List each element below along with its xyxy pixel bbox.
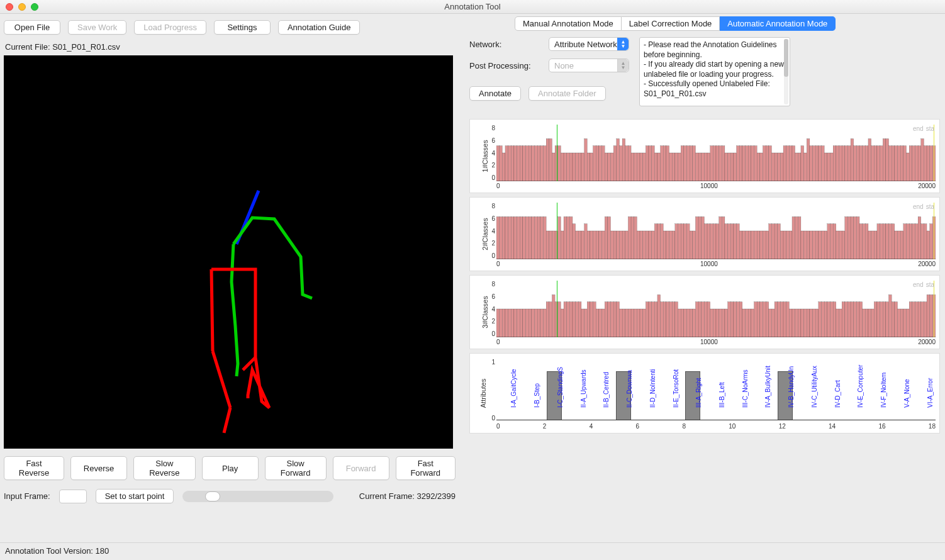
svg-rect-324 bbox=[546, 302, 549, 337]
svg-rect-114 bbox=[815, 146, 819, 181]
svg-rect-259 bbox=[798, 217, 801, 260]
svg-rect-28 bbox=[564, 153, 567, 181]
svg-rect-40 bbox=[599, 146, 602, 181]
svg-rect-160 bbox=[508, 217, 512, 260]
frame-slider[interactable] bbox=[182, 491, 333, 502]
fast-reverse-button[interactable]: Fast Reverse bbox=[4, 456, 64, 480]
fast-forward-button[interactable]: Fast Forward bbox=[396, 456, 456, 480]
svg-rect-293 bbox=[898, 231, 901, 259]
svg-rect-124 bbox=[845, 146, 848, 181]
scrollbar[interactable] bbox=[784, 39, 788, 104]
svg-rect-81 bbox=[719, 146, 722, 181]
svg-rect-352 bbox=[628, 309, 631, 337]
svg-rect-105 bbox=[789, 146, 792, 181]
svg-rect-266 bbox=[819, 231, 822, 259]
svg-rect-209 bbox=[652, 231, 655, 259]
svg-rect-260 bbox=[801, 231, 804, 259]
svg-line-2 bbox=[213, 351, 230, 408]
svg-rect-152 bbox=[927, 146, 930, 181]
svg-rect-409 bbox=[795, 309, 798, 337]
slider-thumb-icon[interactable] bbox=[205, 491, 220, 501]
annotate-folder-button[interactable]: Annotate Folder bbox=[528, 86, 606, 101]
svg-rect-410 bbox=[798, 309, 801, 337]
svg-rect-51 bbox=[631, 153, 634, 181]
scroll-thumb-icon[interactable] bbox=[784, 39, 788, 77]
svg-rect-72 bbox=[693, 146, 696, 181]
svg-rect-297 bbox=[909, 224, 912, 259]
svg-rect-344 bbox=[605, 302, 608, 337]
svg-rect-229 bbox=[710, 224, 713, 259]
svg-rect-343 bbox=[602, 309, 605, 337]
svg-rect-136 bbox=[880, 146, 883, 181]
svg-rect-438 bbox=[880, 302, 883, 337]
set-start-button[interactable]: Set to start point bbox=[96, 489, 174, 503]
network-select[interactable]: Attribute Network ▲▼ bbox=[549, 37, 629, 51]
svg-rect-43 bbox=[608, 153, 611, 181]
svg-rect-253 bbox=[780, 231, 783, 259]
svg-rect-437 bbox=[877, 302, 880, 337]
svg-rect-356 bbox=[640, 309, 643, 337]
svg-rect-142 bbox=[898, 146, 901, 181]
save-work-button[interactable]: Save Work bbox=[68, 20, 126, 35]
main-toolbar: Open File Save Work Load Progress Settin… bbox=[4, 20, 456, 35]
svg-rect-370 bbox=[681, 309, 684, 337]
settings-button[interactable]: Settings bbox=[214, 20, 271, 35]
svg-rect-371 bbox=[684, 309, 687, 337]
svg-rect-184 bbox=[578, 231, 581, 259]
svg-rect-84 bbox=[728, 153, 731, 181]
svg-rect-396 bbox=[757, 302, 760, 337]
svg-rect-38 bbox=[593, 146, 596, 181]
skeleton-viewer[interactable] bbox=[4, 55, 453, 449]
svg-rect-86 bbox=[734, 153, 737, 181]
svg-rect-157 bbox=[500, 217, 503, 260]
annotation-guide-button[interactable]: Annotation Guide bbox=[278, 20, 360, 35]
svg-rect-221 bbox=[686, 224, 690, 259]
svg-rect-256 bbox=[789, 231, 792, 259]
svg-rect-444 bbox=[898, 309, 901, 337]
svg-rect-225 bbox=[698, 217, 702, 260]
svg-rect-400 bbox=[769, 309, 772, 337]
reverse-button[interactable]: Reverse bbox=[70, 456, 127, 480]
svg-rect-168 bbox=[532, 217, 535, 260]
tab-auto[interactable]: Automatic Annotation Mode bbox=[720, 16, 836, 31]
log-panel[interactable]: - Please read the Annotation Guidelines … bbox=[639, 37, 790, 106]
open-file-button[interactable]: Open File bbox=[4, 20, 60, 35]
svg-rect-167 bbox=[528, 217, 532, 260]
svg-rect-351 bbox=[625, 309, 629, 337]
svg-rect-70 bbox=[686, 146, 690, 181]
svg-rect-182 bbox=[573, 224, 576, 259]
svg-rect-183 bbox=[576, 231, 579, 259]
svg-rect-110 bbox=[804, 153, 807, 181]
svg-rect-421 bbox=[830, 302, 833, 337]
svg-rect-18 bbox=[534, 146, 537, 181]
tab-manual[interactable]: Manual Annotation Mode bbox=[515, 16, 622, 31]
network-select-value: Attribute Network bbox=[554, 40, 617, 49]
slow-forward-button[interactable]: Slow Forward bbox=[265, 456, 327, 480]
svg-rect-143 bbox=[900, 146, 903, 181]
svg-rect-208 bbox=[649, 231, 652, 259]
forward-button[interactable]: Forward bbox=[333, 456, 389, 480]
svg-rect-301 bbox=[921, 224, 924, 259]
svg-rect-428 bbox=[851, 302, 854, 337]
svg-rect-277 bbox=[851, 217, 854, 260]
slow-reverse-button[interactable]: Slow Reverse bbox=[133, 456, 196, 480]
svg-rect-349 bbox=[619, 309, 622, 337]
play-button[interactable]: Play bbox=[202, 456, 259, 480]
svg-rect-386 bbox=[728, 302, 731, 337]
post-processing-select[interactable]: None ▲▼ bbox=[549, 59, 629, 72]
tab-correction[interactable]: Label Correction Mode bbox=[622, 16, 720, 31]
annotate-button[interactable]: Annotate bbox=[469, 86, 521, 101]
svg-rect-83 bbox=[725, 153, 728, 181]
svg-rect-47 bbox=[619, 146, 622, 181]
load-progress-button[interactable]: Load Progress bbox=[134, 20, 206, 35]
svg-rect-235 bbox=[728, 224, 731, 259]
svg-rect-95 bbox=[760, 153, 763, 181]
svg-rect-66 bbox=[675, 153, 678, 181]
svg-rect-101 bbox=[778, 153, 781, 181]
svg-rect-74 bbox=[698, 153, 702, 181]
input-frame-field[interactable] bbox=[59, 490, 87, 503]
svg-rect-381 bbox=[713, 309, 716, 337]
svg-rect-361 bbox=[654, 302, 657, 337]
svg-rect-279 bbox=[856, 217, 859, 260]
current-file-label: Current File: S01_P01_R01.csv bbox=[5, 42, 456, 52]
